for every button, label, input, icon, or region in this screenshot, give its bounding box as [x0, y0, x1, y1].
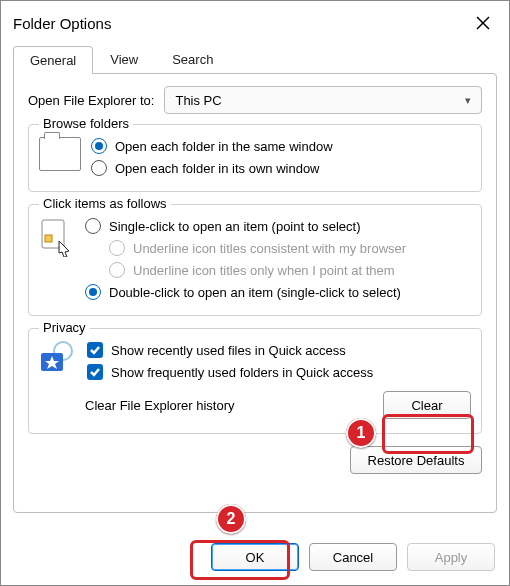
restore-defaults-button[interactable]: Restore Defaults	[350, 446, 482, 474]
clear-history-row: Clear File Explorer history Clear	[85, 391, 471, 419]
apply-button: Apply	[407, 543, 495, 571]
quick-access-icon	[39, 341, 77, 375]
click-items-legend: Click items as follows	[39, 196, 171, 211]
checkbox-recent-files[interactable]: Show recently used files in Quick access	[87, 339, 471, 361]
radio-icon	[91, 160, 107, 176]
restore-row: Restore Defaults	[28, 446, 482, 474]
radio-underline-point: Underline icon titles only when I point …	[109, 259, 471, 281]
checkbox-label: Show frequently used folders in Quick ac…	[111, 365, 373, 380]
tab-general[interactable]: General	[13, 46, 93, 74]
close-button[interactable]	[469, 9, 497, 37]
clear-button[interactable]: Clear	[383, 391, 471, 419]
checkbox-label: Show recently used files in Quick access	[111, 343, 346, 358]
cancel-button[interactable]: Cancel	[309, 543, 397, 571]
radio-label: Open each folder in the same window	[115, 139, 333, 154]
browse-folders-legend: Browse folders	[39, 116, 133, 131]
titlebar: Folder Options	[1, 1, 509, 41]
radio-label: Open each folder in its own window	[115, 161, 320, 176]
radio-label: Underline icon titles consistent with my…	[133, 241, 406, 256]
clear-history-label: Clear File Explorer history	[85, 398, 235, 413]
chevron-down-icon: ▾	[465, 94, 471, 107]
radio-icon	[109, 240, 125, 256]
open-explorer-row: Open File Explorer to: This PC ▾	[28, 86, 482, 114]
dialog-title: Folder Options	[13, 15, 111, 32]
cursor-click-icon	[39, 217, 75, 257]
radio-icon	[91, 138, 107, 154]
tab-view[interactable]: View	[93, 45, 155, 73]
radio-icon	[109, 262, 125, 278]
radio-label: Underline icon titles only when I point …	[133, 263, 395, 278]
tab-pane-general: Open File Explorer to: This PC ▾ Browse …	[13, 73, 497, 513]
open-explorer-value: This PC	[175, 93, 221, 108]
radio-icon	[85, 218, 101, 234]
privacy-group: Privacy Show recently used files in Quic…	[28, 328, 482, 434]
privacy-legend: Privacy	[39, 320, 90, 335]
radio-double-click[interactable]: Double-click to open an item (single-cli…	[85, 281, 471, 303]
checkbox-freq-folders[interactable]: Show frequently used folders in Quick ac…	[87, 361, 471, 383]
annotation-marker-2: 2	[216, 504, 246, 534]
open-explorer-label: Open File Explorer to:	[28, 93, 154, 108]
browse-folders-group: Browse folders Open each folder in the s…	[28, 124, 482, 192]
close-icon	[476, 16, 490, 30]
tabs: General View Search	[13, 45, 497, 73]
folder-options-dialog: Folder Options General View Search Open …	[0, 0, 510, 586]
dialog-buttons: OK Cancel Apply	[1, 543, 509, 585]
annotation-marker-1: 1	[346, 418, 376, 448]
radio-single-click[interactable]: Single-click to open an item (point to s…	[85, 215, 471, 237]
checkbox-icon	[87, 342, 103, 358]
checkbox-icon	[87, 364, 103, 380]
ok-button[interactable]: OK	[211, 543, 299, 571]
radio-label: Single-click to open an item (point to s…	[109, 219, 360, 234]
folder-icon	[39, 137, 81, 171]
click-items-group: Click items as follows Single-click to o…	[28, 204, 482, 316]
open-explorer-combo[interactable]: This PC ▾	[164, 86, 482, 114]
radio-own-window[interactable]: Open each folder in its own window	[91, 157, 471, 179]
tab-search[interactable]: Search	[155, 45, 230, 73]
radio-underline-browser: Underline icon titles consistent with my…	[109, 237, 471, 259]
radio-same-window[interactable]: Open each folder in the same window	[91, 135, 471, 157]
radio-label: Double-click to open an item (single-cli…	[109, 285, 401, 300]
radio-icon	[85, 284, 101, 300]
tab-container: General View Search Open File Explorer t…	[13, 45, 497, 543]
svg-rect-3	[45, 235, 52, 242]
